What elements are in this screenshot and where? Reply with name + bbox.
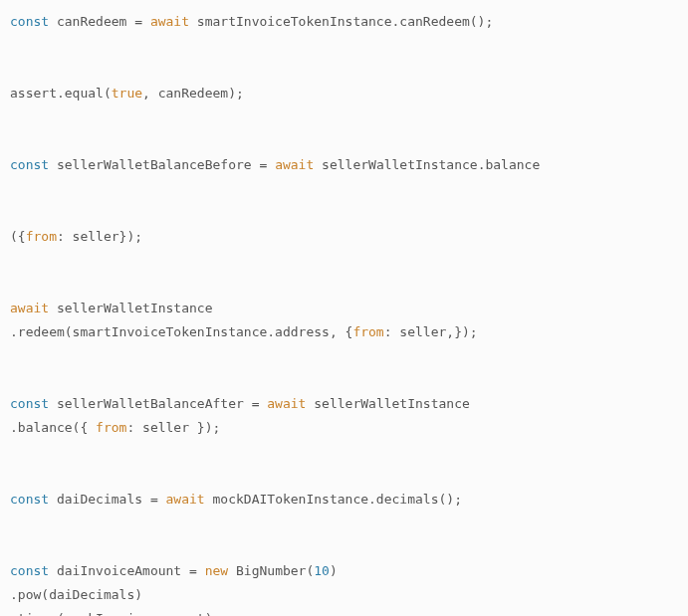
keyword-true: true	[112, 86, 142, 101]
keyword-await: await	[150, 14, 189, 29]
keyword-new: new	[205, 563, 228, 578]
keyword-const: const	[10, 14, 49, 29]
code-line: .times(mockInvoice.amount);	[10, 611, 220, 616]
keyword-await: await	[275, 157, 314, 172]
code-line: const daiDecimals = await mockDAITokenIn…	[10, 492, 462, 507]
code-text: smartInvoiceTokenInstance.canRedeem();	[189, 14, 493, 29]
keyword-from: from	[26, 229, 57, 244]
code-line: const sellerWalletBalanceBefore = await …	[10, 157, 540, 172]
code-text: ({	[10, 229, 26, 244]
code-line: .balance({ from: seller });	[10, 420, 220, 435]
code-text: sellerWalletInstance.balance	[314, 157, 540, 172]
code-text: mockDAITokenInstance.decimals();	[205, 492, 462, 507]
code-text: .balance({	[10, 420, 96, 435]
code-text: , canRedeem);	[142, 86, 244, 101]
code-text: .times(mockInvoice.amount);	[10, 611, 220, 616]
code-line: assert.equal(true, canRedeem);	[10, 86, 244, 101]
code-text: : seller,});	[384, 324, 478, 339]
code-text: : seller});	[57, 229, 142, 244]
code-text: daiDecimals =	[49, 492, 165, 507]
code-text: sellerWalletBalanceAfter =	[49, 396, 267, 411]
keyword-await: await	[267, 396, 306, 411]
keyword-const: const	[10, 396, 49, 411]
code-line: const daiInvoiceAmount = new BigNumber(1…	[10, 563, 338, 578]
keyword-await: await	[166, 492, 205, 507]
code-text: sellerWalletInstance	[306, 396, 469, 411]
code-text: sellerWalletBalanceBefore =	[49, 157, 275, 172]
code-line: const sellerWalletBalanceAfter = await s…	[10, 396, 470, 411]
code-text: : seller });	[126, 420, 220, 435]
keyword-await: await	[10, 301, 49, 315]
code-line: const canRedeem = await smartInvoiceToke…	[10, 14, 493, 29]
code-block: const canRedeem = await smartInvoiceToke…	[10, 10, 678, 616]
code-line: await sellerWalletInstance	[10, 301, 213, 315]
code-line: .pow(daiDecimals)	[10, 587, 142, 602]
code-line: ({from: seller});	[10, 229, 142, 244]
keyword-const: const	[10, 563, 49, 578]
code-line: .redeem(smartInvoiceTokenInstance.addres…	[10, 324, 478, 339]
keyword-const: const	[10, 157, 49, 172]
code-text: .redeem(smartInvoiceTokenInstance.addres…	[10, 324, 352, 339]
code-text: .pow(daiDecimals)	[10, 587, 142, 602]
code-text: assert.equal(	[10, 86, 112, 101]
number-literal: 10	[314, 563, 330, 578]
keyword-from: from	[352, 324, 383, 339]
keyword-const: const	[10, 492, 49, 507]
code-text: BigNumber(	[228, 563, 314, 578]
code-text: )	[330, 563, 338, 578]
code-text: daiInvoiceAmount =	[49, 563, 205, 578]
code-text: sellerWalletInstance	[49, 301, 212, 315]
keyword-from: from	[96, 420, 126, 435]
code-text: canRedeem =	[49, 14, 150, 29]
